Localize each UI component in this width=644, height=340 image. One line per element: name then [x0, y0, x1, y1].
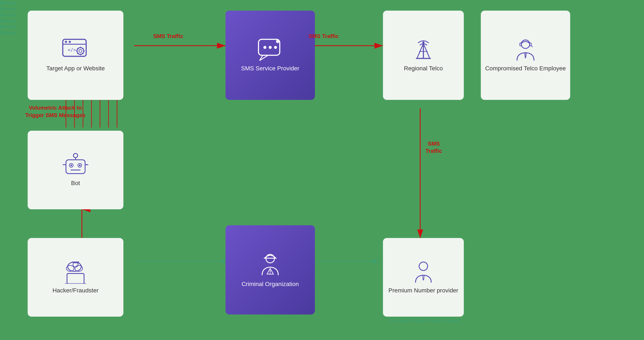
svg-text:</>: </> [68, 47, 76, 52]
sms-provider-node: SMS Service Provider [226, 11, 315, 100]
target-app-icon: </> [62, 38, 89, 62]
svg-marker-50 [260, 55, 268, 61]
sms-provider-label: SMS Service Provider [241, 65, 299, 72]
svg-line-64 [531, 45, 532, 47]
svg-line-58 [424, 44, 430, 58]
svg-point-31 [74, 154, 78, 158]
premium-number-node: Premium Number provider [383, 238, 464, 317]
svg-rect-44 [67, 274, 84, 284]
bot-node: Bot [28, 131, 124, 209]
sms-traffic-2-label: SMS Traffic [308, 33, 339, 39]
premium-number-label: Premium Number provider [388, 287, 458, 294]
svg-point-53 [274, 46, 277, 49]
compromised-telco-icon [513, 38, 538, 62]
target-app-label: Target App or Website [46, 65, 105, 72]
bot-icon [62, 153, 89, 176]
diagram-container: </> Target App or Website [0, 0, 644, 340]
compromised-telco-node: Compromised Telco Employee [481, 11, 570, 100]
regional-telco-label: Regional Telco [404, 65, 443, 72]
compromised-telco-label: Compromised Telco Employee [485, 65, 566, 72]
hacker-icon [62, 260, 89, 284]
svg-rect-62 [520, 43, 522, 46]
hacker-label: Hacker/Fraudster [52, 287, 98, 294]
svg-point-51 [264, 46, 266, 49]
criminal-org-node: Criminal Organization [226, 225, 315, 315]
svg-point-22 [79, 49, 82, 52]
svg-point-36 [70, 165, 72, 166]
svg-point-54 [276, 40, 279, 43]
attack-label: Volumetric Attack to Trigger SMS Message… [19, 104, 92, 119]
regional-telco-icon [412, 38, 435, 62]
premium-number-icon [412, 260, 435, 284]
sms-traffic-1-label: SMS Traffic [153, 33, 184, 39]
regional-telco-node: Regional Telco [383, 11, 464, 100]
svg-point-52 [269, 46, 272, 49]
svg-point-37 [79, 165, 81, 166]
svg-point-60 [422, 41, 424, 44]
money-1-label: Money [0, 0, 644, 6]
svg-point-71 [270, 273, 270, 274]
sms-provider-icon [258, 38, 283, 62]
hacker-node: Hacker/Fraudster [28, 238, 124, 317]
criminal-org-icon [258, 252, 283, 277]
svg-line-57 [417, 44, 424, 58]
target-app-node: </> Target App or Website [28, 11, 124, 100]
svg-point-18 [65, 41, 67, 43]
fraud-label: Criminal Fraud Starts Here [389, 317, 459, 324]
svg-point-19 [69, 41, 71, 43]
bot-label: Bot [71, 179, 80, 187]
sms-traffic-3-label: SMSTraffic [426, 140, 442, 155]
svg-point-72 [419, 262, 428, 271]
svg-rect-33 [66, 160, 85, 173]
criminal-org-label: Criminal Organization [242, 280, 299, 288]
